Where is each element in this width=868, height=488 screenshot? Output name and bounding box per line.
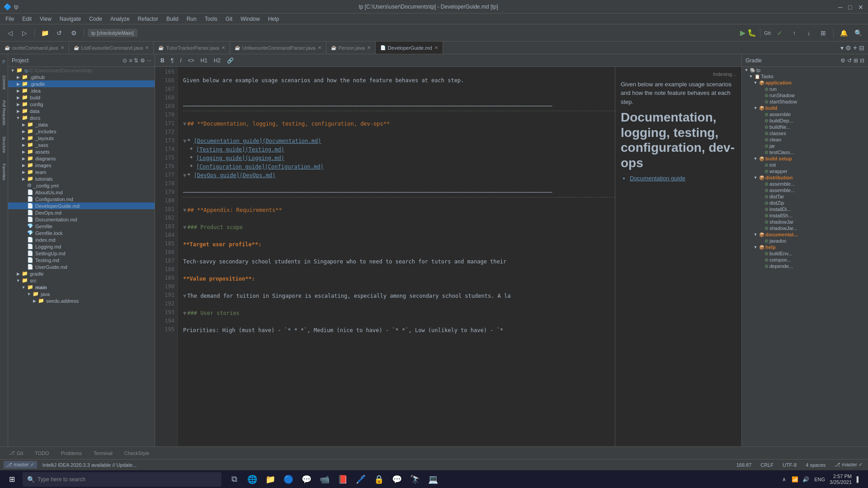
tree-build[interactable]: ▶ 📁 build <box>8 94 155 101</box>
tab-ouriteCommand[interactable]: ☕ ouriteCommand.java ✕ <box>0 42 69 54</box>
gradle-assemble[interactable]: ⚙ assemble <box>742 111 868 117</box>
paragraph-button[interactable]: ¶ <box>169 56 175 65</box>
menu-item-tools[interactable]: Tools <box>201 15 221 23</box>
bottom-tab-checkstyle[interactable]: CheckStyle <box>119 449 155 458</box>
tab-listfavourite[interactable]: ☕ ListFavouriteCommand.java ✕ <box>69 42 154 54</box>
tab-close-2[interactable]: ✕ <box>145 45 149 50</box>
taskview-button[interactable]: ⧉ <box>226 471 242 488</box>
gradle-distribution[interactable]: ▼ 📦 distribution <box>742 174 868 181</box>
gradle-testClass[interactable]: ⚙ testClass... <box>742 149 868 155</box>
sync-btn[interactable]: ↺ <box>53 27 66 39</box>
tree-_sass[interactable]: ▶ 📁 _sass <box>8 141 155 148</box>
project-btn[interactable]: 📁 <box>38 27 51 39</box>
tab-close-6[interactable]: ✕ <box>434 45 438 50</box>
tab-close[interactable]: ✕ <box>61 45 64 50</box>
tree-settingup[interactable]: 📄 SettingUp.md <box>8 250 155 257</box>
tree-diagrams[interactable]: ▶ 📁 diagrams <box>8 155 155 162</box>
link-174[interactable]: [Testing guide](Testing.md) <box>196 146 284 153</box>
gradle-buildsetup[interactable]: ▼ 📦 build setup <box>742 155 868 162</box>
taskbar-app-files[interactable]: 📁 <box>262 471 278 488</box>
taskbar-app-chrome[interactable]: 🔵 <box>280 471 297 488</box>
bottom-tab-todo[interactable]: TODO <box>29 449 55 458</box>
start-button[interactable]: ⊞ <box>2 470 22 488</box>
tree-java[interactable]: ▼ 📁 java <box>8 291 155 297</box>
tree-docs[interactable]: ▼ 📁 docs <box>8 114 155 121</box>
maximize-button[interactable]: □ <box>848 4 854 10</box>
tree-testingmd[interactable]: 📄 Testing.md <box>8 257 155 263</box>
tab-close-5[interactable]: ✕ <box>367 45 371 50</box>
tree-root[interactable]: ▼ 📁 tp C:\Users\user\Documents\tp <box>8 67 155 74</box>
tab-close-4[interactable]: ✕ <box>318 45 321 50</box>
menu-item-build[interactable]: Build <box>163 15 182 23</box>
tree-configmd[interactable]: 📄 Configuration.md <box>8 196 155 202</box>
gradle-depende[interactable]: ⚙ depende... <box>742 263 868 269</box>
gradle-settings-btn[interactable]: ⚙ <box>840 57 845 64</box>
fold-arrow-191[interactable]: ▼ <box>183 293 186 299</box>
code-button[interactable]: <> <box>186 56 196 65</box>
tree-_includes[interactable]: ▶ 📁 _includes <box>8 128 155 135</box>
fold-arrow-171[interactable]: ▼ <box>183 121 186 127</box>
tree-seeduaddress[interactable]: ▶ 📁 seedu.address <box>8 297 155 304</box>
new-tab-button[interactable]: + <box>853 44 857 52</box>
fold-arrow-181[interactable]: ▼ <box>183 207 186 213</box>
menu-item-file[interactable]: File <box>2 15 18 23</box>
gradle-build-folder[interactable]: ▼ 📦 build <box>742 105 868 111</box>
tree-gemfile[interactable]: 💎 Gemfile <box>8 223 155 230</box>
tree-main[interactable]: ▼ 📁 main <box>8 284 155 291</box>
gradle-documentat[interactable]: ▼ 📦 documentat... <box>742 231 868 238</box>
gradle-installSh[interactable]: ⚙ installSh... <box>742 212 868 219</box>
status-branch[interactable]: ⎇ master ✓ <box>4 461 37 469</box>
gradle-clean[interactable]: ⚙ clean <box>742 136 868 143</box>
gradle-tasks[interactable]: ▼ 📋 Tasks <box>742 73 868 80</box>
gradle-startShadow[interactable]: ⚙ startShadow <box>742 99 868 105</box>
project-close-btn[interactable]: ─ <box>147 57 151 64</box>
tab-unfavouriteparser[interactable]: ☕ UnfavouriteCommandParser.java ✕ <box>230 42 326 54</box>
sidebar-pullrequest-icon[interactable]: Pull Requests <box>1 97 7 129</box>
notification-button[interactable]: 🔔 <box>837 27 850 39</box>
gradle-assemble2[interactable]: ⚙ assemble... <box>742 181 868 187</box>
h2-button[interactable]: H2 <box>212 56 222 65</box>
gradle-installDi[interactable]: ⚙ installDi... <box>742 206 868 212</box>
link-173[interactable]: [Documentation guide](Documentation.md) <box>194 138 321 144</box>
taskbar-app-lock[interactable]: 🔒 <box>371 471 387 488</box>
tree-gradle-folder[interactable]: ▶ 📁 gradle <box>8 270 155 277</box>
project-settings-btn[interactable]: ⚙ <box>140 57 145 64</box>
fold-arrow-173[interactable]: ▼ <box>183 138 186 144</box>
tree-aboutus[interactable]: 📄 AboutUs.md <box>8 189 155 196</box>
tree-tutorials[interactable]: ▶ 📁 tutorials <box>8 175 155 182</box>
taskbar-wifi[interactable]: 📶 <box>791 475 799 483</box>
tree-userguide[interactable]: 📄 UserGuide.md <box>8 263 155 270</box>
git-push-button[interactable]: ↓ <box>802 27 815 39</box>
debug-button[interactable]: 🐛 <box>747 28 756 37</box>
line-ending[interactable]: CRLF <box>759 461 775 469</box>
tree-_layouts[interactable]: ▶ 📁 _layouts <box>8 135 155 141</box>
close-button[interactable]: ✕ <box>858 4 864 10</box>
indent-type[interactable]: 4 spaces <box>804 461 827 469</box>
tree-idea[interactable]: ▶ 📁 .idea <box>8 87 155 94</box>
menu-item-analyze[interactable]: Analyze <box>107 15 133 23</box>
gradle-application[interactable]: ▼ 📦 application <box>742 80 868 86</box>
code-area[interactable]: Given below are example usage scenarios … <box>178 67 615 446</box>
taskbar-volume[interactable]: 🔊 <box>802 475 810 483</box>
minimize-button[interactable]: ─ <box>838 4 844 10</box>
taskbar-lang[interactable]: ENG <box>812 476 827 483</box>
bottom-tab-git[interactable]: ⎇ Git <box>4 448 28 458</box>
tab-close-3[interactable]: ✕ <box>222 45 225 50</box>
menu-item-run[interactable]: Run <box>183 15 200 23</box>
gradle-collapse-btn[interactable]: ⊟ <box>860 57 864 64</box>
gradle-run[interactable]: ⚙ run <box>742 86 868 92</box>
tree-indexmd[interactable]: 📄 index.md <box>8 236 155 243</box>
cursor-position[interactable]: 166:87 <box>735 461 754 469</box>
tree-github[interactable]: ▶ 📁 .github <box>8 74 155 80</box>
gradle-shadowJar2[interactable]: ⚙ shadowJar... <box>742 225 868 231</box>
intellij-update[interactable]: IntelliJ IDEA 2020.3.3 available // Upda… <box>41 461 139 469</box>
fold-arrow-193[interactable]: ▼ <box>183 310 186 316</box>
menu-item-refactor[interactable]: Refactor <box>134 15 162 23</box>
split-button[interactable]: ⊟ <box>859 44 864 52</box>
tab-settings-button[interactable]: ⚙ <box>845 44 851 52</box>
gradle-tp-root[interactable]: ▼ 🐘 tp <box>742 67 868 73</box>
tree-gemfilelock[interactable]: 💎 Gemfile.lock <box>8 230 155 236</box>
gradle-runShadow[interactable]: ⚙ runShadow <box>742 92 868 99</box>
branch-selector[interactable]: tp [checkstyleMain] <box>88 29 137 37</box>
forward-button[interactable]: ▷ <box>18 27 31 39</box>
